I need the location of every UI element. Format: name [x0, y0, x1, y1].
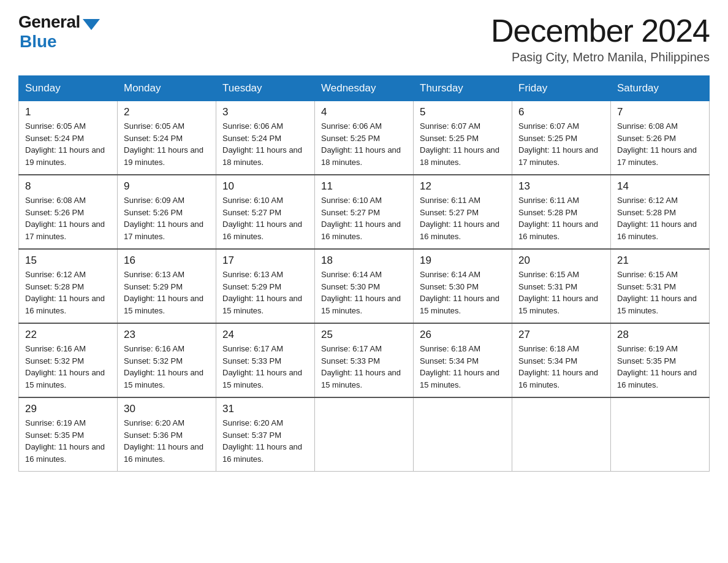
day-number: 23: [124, 329, 210, 341]
location-subtitle: Pasig City, Metro Manila, Philippines: [491, 50, 710, 64]
day-number: 24: [222, 329, 308, 341]
day-number: 2: [124, 106, 210, 118]
calendar-cell: 13 Sunrise: 6:11 AMSunset: 5:28 PMDaylig…: [512, 175, 611, 249]
day-info: Sunrise: 6:14 AMSunset: 5:30 PMDaylight:…: [321, 269, 407, 316]
month-title: December 2024: [491, 12, 710, 49]
logo-general-text: General: [18, 12, 80, 32]
day-number: 14: [617, 180, 703, 193]
day-info: Sunrise: 6:17 AMSunset: 5:33 PMDaylight:…: [222, 343, 308, 391]
weekday-header-thursday: Thursday: [414, 76, 512, 101]
day-number: 19: [420, 255, 506, 267]
calendar-cell: 22 Sunrise: 6:16 AMSunset: 5:32 PMDaylig…: [19, 323, 118, 397]
day-number: 8: [25, 180, 111, 193]
day-number: 16: [124, 255, 210, 267]
day-info: Sunrise: 6:20 AMSunset: 5:36 PMDaylight:…: [124, 417, 210, 465]
weekday-header-friday: Friday: [512, 76, 611, 101]
calendar-cell: 20 Sunrise: 6:15 AMSunset: 5:31 PMDaylig…: [512, 249, 611, 323]
day-number: 21: [617, 255, 703, 267]
day-number: 6: [518, 106, 604, 118]
calendar-cell: 23 Sunrise: 6:16 AMSunset: 5:32 PMDaylig…: [118, 323, 216, 397]
logo: General Blue: [18, 12, 100, 52]
day-info: Sunrise: 6:10 AMSunset: 5:27 PMDaylight:…: [222, 194, 308, 242]
day-info: Sunrise: 6:07 AMSunset: 5:25 PMDaylight:…: [518, 120, 604, 168]
day-info: Sunrise: 6:18 AMSunset: 5:34 PMDaylight:…: [518, 343, 604, 391]
calendar-cell: [315, 397, 414, 472]
day-info: Sunrise: 6:11 AMSunset: 5:28 PMDaylight:…: [518, 194, 604, 242]
day-info: Sunrise: 6:15 AMSunset: 5:31 PMDaylight:…: [617, 269, 703, 316]
calendar-week-row: 8 Sunrise: 6:08 AMSunset: 5:26 PMDayligh…: [19, 175, 710, 249]
calendar-cell: 21 Sunrise: 6:15 AMSunset: 5:31 PMDaylig…: [611, 249, 710, 323]
day-info: Sunrise: 6:06 AMSunset: 5:25 PMDaylight:…: [321, 120, 407, 168]
calendar-week-row: 1 Sunrise: 6:05 AMSunset: 5:24 PMDayligh…: [19, 101, 710, 175]
day-number: 31: [222, 403, 308, 415]
calendar-cell: [611, 397, 710, 472]
calendar-cell: 25 Sunrise: 6:17 AMSunset: 5:33 PMDaylig…: [315, 323, 414, 397]
day-number: 17: [222, 255, 308, 267]
day-number: 3: [222, 106, 308, 118]
day-number: 7: [617, 106, 703, 118]
calendar-cell: 8 Sunrise: 6:08 AMSunset: 5:26 PMDayligh…: [19, 175, 118, 249]
day-number: 26: [420, 329, 506, 341]
calendar-cell: 15 Sunrise: 6:12 AMSunset: 5:28 PMDaylig…: [19, 249, 118, 323]
calendar-cell: 10 Sunrise: 6:10 AMSunset: 5:27 PMDaylig…: [216, 175, 315, 249]
calendar-cell: [512, 397, 611, 472]
day-info: Sunrise: 6:15 AMSunset: 5:31 PMDaylight:…: [518, 269, 604, 316]
day-info: Sunrise: 6:12 AMSunset: 5:28 PMDaylight:…: [617, 194, 703, 242]
weekday-header-monday: Monday: [118, 76, 216, 101]
calendar-cell: 29 Sunrise: 6:19 AMSunset: 5:35 PMDaylig…: [19, 397, 118, 472]
calendar-cell: 7 Sunrise: 6:08 AMSunset: 5:26 PMDayligh…: [611, 101, 710, 175]
day-info: Sunrise: 6:13 AMSunset: 5:29 PMDaylight:…: [222, 269, 308, 316]
weekday-header-tuesday: Tuesday: [216, 76, 315, 101]
calendar-cell: 17 Sunrise: 6:13 AMSunset: 5:29 PMDaylig…: [216, 249, 315, 323]
calendar-cell: 18 Sunrise: 6:14 AMSunset: 5:30 PMDaylig…: [315, 249, 414, 323]
calendar-cell: 6 Sunrise: 6:07 AMSunset: 5:25 PMDayligh…: [512, 101, 611, 175]
day-number: 27: [518, 329, 604, 341]
day-info: Sunrise: 6:10 AMSunset: 5:27 PMDaylight:…: [321, 194, 407, 242]
day-info: Sunrise: 6:17 AMSunset: 5:33 PMDaylight:…: [321, 343, 407, 391]
day-number: 25: [321, 329, 407, 341]
calendar-cell: 19 Sunrise: 6:14 AMSunset: 5:30 PMDaylig…: [414, 249, 512, 323]
day-number: 9: [124, 180, 210, 193]
day-number: 18: [321, 255, 407, 267]
day-info: Sunrise: 6:18 AMSunset: 5:34 PMDaylight:…: [420, 343, 506, 391]
day-number: 12: [420, 180, 506, 193]
page-header: General Blue December 2024 Pasig City, M…: [18, 12, 710, 64]
calendar-cell: 4 Sunrise: 6:06 AMSunset: 5:25 PMDayligh…: [315, 101, 414, 175]
logo-blue-text: Blue: [20, 32, 57, 52]
weekday-header-wednesday: Wednesday: [315, 76, 414, 101]
calendar-cell: 12 Sunrise: 6:11 AMSunset: 5:27 PMDaylig…: [414, 175, 512, 249]
day-info: Sunrise: 6:20 AMSunset: 5:37 PMDaylight:…: [222, 417, 308, 465]
calendar-cell: 5 Sunrise: 6:07 AMSunset: 5:25 PMDayligh…: [414, 101, 512, 175]
title-area: December 2024 Pasig City, Metro Manila, …: [491, 12, 710, 64]
calendar-table: SundayMondayTuesdayWednesdayThursdayFrid…: [18, 75, 710, 472]
day-number: 28: [617, 329, 703, 341]
calendar-cell: 1 Sunrise: 6:05 AMSunset: 5:24 PMDayligh…: [19, 101, 118, 175]
day-info: Sunrise: 6:05 AMSunset: 5:24 PMDaylight:…: [124, 120, 210, 168]
day-info: Sunrise: 6:14 AMSunset: 5:30 PMDaylight:…: [420, 269, 506, 316]
weekday-header-sunday: Sunday: [19, 76, 118, 101]
day-info: Sunrise: 6:08 AMSunset: 5:26 PMDaylight:…: [25, 194, 111, 242]
day-info: Sunrise: 6:08 AMSunset: 5:26 PMDaylight:…: [617, 120, 703, 168]
day-number: 10: [222, 180, 308, 193]
logo-triangle-icon: [83, 19, 100, 30]
calendar-cell: 27 Sunrise: 6:18 AMSunset: 5:34 PMDaylig…: [512, 323, 611, 397]
day-number: 15: [25, 255, 111, 267]
day-info: Sunrise: 6:07 AMSunset: 5:25 PMDaylight:…: [420, 120, 506, 168]
calendar-cell: [414, 397, 512, 472]
day-info: Sunrise: 6:19 AMSunset: 5:35 PMDaylight:…: [25, 417, 111, 465]
day-number: 30: [124, 403, 210, 415]
calendar-cell: 16 Sunrise: 6:13 AMSunset: 5:29 PMDaylig…: [118, 249, 216, 323]
day-number: 22: [25, 329, 111, 341]
day-info: Sunrise: 6:16 AMSunset: 5:32 PMDaylight:…: [124, 343, 210, 391]
calendar-cell: 3 Sunrise: 6:06 AMSunset: 5:24 PMDayligh…: [216, 101, 315, 175]
calendar-cell: 31 Sunrise: 6:20 AMSunset: 5:37 PMDaylig…: [216, 397, 315, 472]
day-info: Sunrise: 6:05 AMSunset: 5:24 PMDaylight:…: [25, 120, 111, 168]
weekday-header-saturday: Saturday: [611, 76, 710, 101]
day-info: Sunrise: 6:13 AMSunset: 5:29 PMDaylight:…: [124, 269, 210, 316]
day-info: Sunrise: 6:09 AMSunset: 5:26 PMDaylight:…: [124, 194, 210, 242]
day-info: Sunrise: 6:11 AMSunset: 5:27 PMDaylight:…: [420, 194, 506, 242]
calendar-cell: 26 Sunrise: 6:18 AMSunset: 5:34 PMDaylig…: [414, 323, 512, 397]
day-number: 29: [25, 403, 111, 415]
day-number: 5: [420, 106, 506, 118]
day-info: Sunrise: 6:16 AMSunset: 5:32 PMDaylight:…: [25, 343, 111, 391]
